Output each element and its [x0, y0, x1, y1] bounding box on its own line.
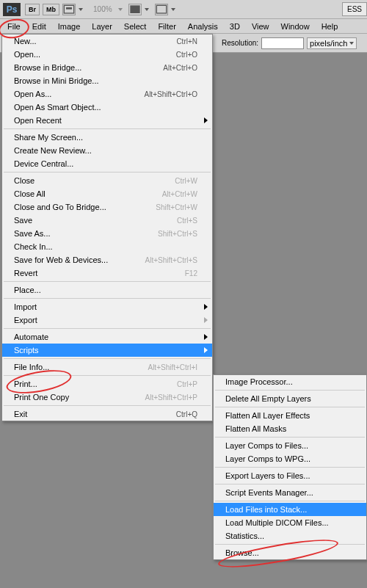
zoom-level[interactable]: 100% [93, 5, 112, 13]
svg-marker-9 [204, 117, 208, 123]
menu-item[interactable]: Create New Review... [2, 144, 212, 157]
menu-shortcut: Ctrl+S [177, 217, 197, 225]
menu-item[interactable]: Browse... [214, 546, 366, 559]
menu-shortcut: Ctrl+P [177, 380, 197, 388]
menu-shortcut: Alt+Shift+Ctrl+P [145, 393, 197, 402]
svg-marker-12 [204, 334, 208, 340]
submenu-arrow-icon [204, 302, 208, 311]
file-menu-dropdown: New...Ctrl+NOpen...Ctrl+OBrowse in Bridg… [1, 34, 213, 421]
menu-item: RevertF12 [2, 266, 212, 280]
dropdown-caret-icon[interactable] [143, 4, 150, 15]
menu-item[interactable]: Image Processor... [214, 375, 366, 388]
resolution-unit-select[interactable]: pixels/inch [307, 37, 357, 49]
menu-shortcut: Alt+Shift+Ctrl+S [145, 256, 197, 264]
menu-separator [4, 281, 211, 282]
menu-item[interactable]: Browse in Mini Bridge... [2, 74, 212, 87]
arrange-icon[interactable] [128, 4, 142, 15]
menu-item-label: Save [14, 216, 32, 225]
menu-item: Save As...Shift+Ctrl+S [2, 227, 212, 240]
menu-item[interactable]: New...Ctrl+N [2, 35, 212, 48]
menu-item[interactable]: Statistics... [214, 529, 366, 542]
menu-item[interactable]: ExitCtrl+Q [2, 407, 212, 421]
menu-shortcut: Alt+Ctrl+W [162, 190, 197, 198]
menu-item[interactable]: Share My Screen... [2, 131, 212, 144]
menu-item-label: Statistics... [225, 531, 264, 540]
menu-view[interactable]: View [246, 20, 275, 33]
menu-item[interactable]: Browse in Bridge...Alt+Ctrl+O [2, 61, 212, 74]
menu-item-label: Automate [14, 333, 48, 341]
menu-shortcut: Alt+Ctrl+O [163, 64, 197, 72]
menu-item: Check In... [2, 240, 212, 253]
menu-item-label: Layer Comps to WPG... [225, 454, 310, 463]
menu-separator [4, 328, 211, 329]
menu-3d[interactable]: 3D [224, 20, 246, 33]
menu-analysis[interactable]: Analysis [182, 20, 224, 33]
menu-item: Place... [2, 283, 212, 297]
minibridge-button[interactable]: Mb [43, 4, 59, 15]
menu-item[interactable]: Export Layers to Files... [214, 469, 366, 482]
chevron-down-icon [349, 42, 354, 45]
resolution-input[interactable] [261, 37, 304, 49]
dropdown-caret-icon[interactable] [117, 4, 124, 15]
menu-item-label: Flatten All Masks [225, 424, 286, 433]
menu-item[interactable]: Layer Comps to Files... [214, 439, 366, 452]
menu-item: Print...Ctrl+P [2, 377, 212, 391]
menu-item[interactable]: Script Events Manager... [214, 486, 366, 499]
menu-item-label: Browse... [225, 548, 259, 557]
menu-shortcut: Alt+Shift+Ctrl+O [144, 90, 197, 98]
menu-item[interactable]: Flatten All Masks [214, 422, 366, 435]
menu-shortcut: Ctrl+W [175, 177, 197, 185]
svg-marker-2 [79, 8, 83, 11]
menu-separator [4, 358, 211, 359]
menu-item: Close and Go To Bridge...Shift+Ctrl+W [2, 200, 212, 214]
svg-marker-3 [118, 8, 123, 11]
ps-logo-icon: Ps [3, 3, 21, 16]
menu-filter[interactable]: Filter [152, 20, 181, 33]
view-extras-icon[interactable] [62, 4, 76, 15]
menu-item-label: Close All [14, 189, 46, 198]
menu-separator [4, 128, 211, 129]
menu-edit[interactable]: Edit [26, 20, 52, 33]
menu-item-label: Device Central... [14, 159, 73, 168]
scripts-submenu-dropdown: Image Processor...Delete All Empty Layer… [213, 374, 367, 560]
workspace-button[interactable]: ESS [342, 2, 367, 16]
menu-item[interactable]: Flatten All Layer Effects [214, 409, 366, 422]
menu-item-label: Print... [14, 380, 37, 388]
menu-item-label: Load Multiple DICOM Files... [225, 518, 329, 527]
dropdown-caret-icon[interactable] [77, 4, 84, 15]
menu-item[interactable]: Layer Comps to WPG... [214, 452, 366, 465]
menu-item[interactable]: Scripts [2, 344, 212, 357]
bridge-button[interactable]: Br [25, 4, 40, 15]
menu-item[interactable]: Automate [2, 330, 212, 344]
menu-shortcut: Ctrl+N [176, 37, 197, 46]
menu-item[interactable]: Delete All Empty Layers [214, 392, 366, 405]
svg-marker-5 [145, 8, 149, 11]
dropdown-caret-icon[interactable] [170, 4, 177, 15]
menu-item-label: Save for Web & Devices... [14, 255, 108, 264]
menu-item[interactable]: Device Central... [2, 157, 212, 170]
menu-layer[interactable]: Layer [86, 20, 118, 33]
menu-item[interactable]: Open Recent [2, 114, 212, 127]
svg-marker-13 [204, 347, 208, 353]
menu-separator [4, 405, 211, 406]
svg-marker-7 [171, 8, 175, 11]
menu-item[interactable]: Open As...Alt+Shift+Ctrl+O [2, 87, 212, 101]
screenmode-icon[interactable] [155, 4, 168, 15]
menu-separator [4, 375, 211, 376]
menu-image[interactable]: Image [52, 20, 87, 33]
menu-file[interactable]: File [1, 20, 26, 33]
menu-item: Close AllAlt+Ctrl+W [2, 187, 212, 200]
menu-item[interactable]: Load Multiple DICOM Files... [214, 516, 366, 529]
menu-item[interactable]: Open As Smart Object... [2, 101, 212, 114]
menu-item[interactable]: Load Files into Stack... [214, 503, 366, 516]
menu-separator [215, 501, 365, 501]
menu-item[interactable]: Open...Ctrl+O [2, 48, 212, 61]
menu-item-label: Open Recent [14, 116, 62, 125]
app-toolbar: Ps Br Mb 100% ESS [0, 0, 367, 19]
menu-select[interactable]: Select [118, 20, 153, 33]
menu-item-label: Create New Review... [14, 146, 92, 155]
menu-window[interactable]: Window [275, 20, 316, 33]
menu-item[interactable]: Import [2, 300, 212, 313]
menu-help[interactable]: Help [316, 20, 344, 33]
menu-item-label: Open... [14, 50, 40, 59]
